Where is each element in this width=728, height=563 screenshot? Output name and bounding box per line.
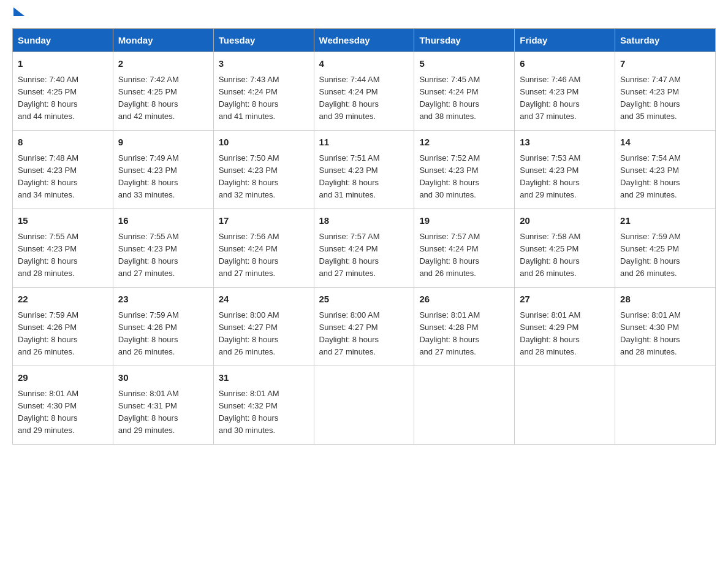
weekday-header-thursday: Thursday (414, 29, 515, 52)
day-info: Sunrise: 7:48 AMSunset: 4:23 PMDaylight:… (18, 152, 108, 202)
calendar-cell: 25Sunrise: 8:00 AMSunset: 4:27 PMDayligh… (314, 288, 414, 366)
day-info: Sunrise: 7:47 AMSunset: 4:23 PMDaylight:… (620, 74, 710, 123)
day-number: 21 (620, 214, 710, 228)
calendar-cell: 14Sunrise: 7:54 AMSunset: 4:23 PMDayligh… (615, 131, 716, 209)
day-number: 30 (118, 371, 208, 385)
day-info: Sunrise: 8:01 AMSunset: 4:30 PMDaylight:… (18, 388, 108, 437)
day-info: Sunrise: 7:59 AMSunset: 4:25 PMDaylight:… (620, 231, 710, 280)
day-number: 5 (419, 57, 509, 71)
day-info: Sunrise: 7:40 AMSunset: 4:25 PMDaylight:… (18, 74, 108, 123)
day-info: Sunrise: 7:54 AMSunset: 4:23 PMDaylight:… (620, 152, 710, 202)
day-info: Sunrise: 7:59 AMSunset: 4:26 PMDaylight:… (18, 309, 108, 359)
calendar-cell: 12Sunrise: 7:52 AMSunset: 4:23 PMDayligh… (414, 131, 515, 209)
weekday-header-wednesday: Wednesday (314, 29, 414, 52)
week-row-3: 15Sunrise: 7:55 AMSunset: 4:23 PMDayligh… (13, 209, 716, 288)
calendar-header: SundayMondayTuesdayWednesdayThursdayFrid… (13, 29, 716, 52)
calendar-cell: 29Sunrise: 8:01 AMSunset: 4:30 PMDayligh… (13, 366, 113, 445)
day-info: Sunrise: 7:58 AMSunset: 4:25 PMDaylight:… (520, 231, 610, 280)
day-number: 25 (319, 293, 409, 307)
calendar-table: SundayMondayTuesdayWednesdayThursdayFrid… (12, 28, 716, 445)
day-number: 19 (419, 214, 509, 228)
day-info: Sunrise: 7:55 AMSunset: 4:23 PMDaylight:… (118, 231, 208, 280)
calendar-cell: 30Sunrise: 8:01 AMSunset: 4:31 PMDayligh… (113, 366, 213, 445)
calendar-cell: 13Sunrise: 7:53 AMSunset: 4:23 PMDayligh… (515, 131, 615, 209)
calendar-cell: 18Sunrise: 7:57 AMSunset: 4:24 PMDayligh… (314, 209, 414, 288)
week-row-4: 22Sunrise: 7:59 AMSunset: 4:26 PMDayligh… (13, 288, 716, 366)
calendar-cell: 15Sunrise: 7:55 AMSunset: 4:23 PMDayligh… (13, 209, 113, 288)
calendar-cell: 22Sunrise: 7:59 AMSunset: 4:26 PMDayligh… (13, 288, 113, 366)
day-number: 6 (520, 57, 610, 71)
day-number: 28 (620, 293, 710, 307)
day-number: 1 (18, 57, 108, 71)
calendar-cell (615, 366, 716, 445)
week-row-5: 29Sunrise: 8:01 AMSunset: 4:30 PMDayligh… (13, 366, 716, 445)
day-info: Sunrise: 8:01 AMSunset: 4:28 PMDaylight:… (419, 309, 509, 359)
weekday-header-friday: Friday (515, 29, 615, 52)
calendar-cell (414, 366, 515, 445)
day-number: 9 (118, 136, 208, 150)
weekday-header-saturday: Saturday (615, 29, 716, 52)
weekday-header-row: SundayMondayTuesdayWednesdayThursdayFrid… (13, 29, 716, 52)
day-number: 17 (219, 214, 309, 228)
day-info: Sunrise: 7:59 AMSunset: 4:26 PMDaylight:… (118, 309, 208, 359)
day-number: 7 (620, 57, 710, 71)
day-info: Sunrise: 8:01 AMSunset: 4:32 PMDaylight:… (219, 388, 309, 437)
week-row-2: 8Sunrise: 7:48 AMSunset: 4:23 PMDaylight… (13, 131, 716, 209)
calendar-cell: 23Sunrise: 7:59 AMSunset: 4:26 PMDayligh… (113, 288, 213, 366)
day-info: Sunrise: 7:51 AMSunset: 4:23 PMDaylight:… (319, 152, 409, 202)
day-info: Sunrise: 8:01 AMSunset: 4:30 PMDaylight:… (620, 309, 710, 359)
day-number: 29 (18, 371, 108, 385)
logo-triangle-icon (13, 7, 25, 16)
day-number: 23 (118, 293, 208, 307)
calendar-cell: 9Sunrise: 7:49 AMSunset: 4:23 PMDaylight… (113, 131, 213, 209)
calendar-body: 1Sunrise: 7:40 AMSunset: 4:25 PMDaylight… (13, 52, 716, 445)
day-number: 31 (219, 371, 309, 385)
calendar-cell (314, 366, 414, 445)
day-number: 27 (520, 293, 610, 307)
day-number: 2 (118, 57, 208, 71)
week-row-1: 1Sunrise: 7:40 AMSunset: 4:25 PMDaylight… (13, 52, 716, 131)
calendar-cell: 2Sunrise: 7:42 AMSunset: 4:25 PMDaylight… (113, 52, 213, 131)
page-header (12, 12, 716, 16)
weekday-header-monday: Monday (113, 29, 213, 52)
day-number: 22 (18, 293, 108, 307)
calendar-cell: 1Sunrise: 7:40 AMSunset: 4:25 PMDaylight… (13, 52, 113, 131)
calendar-cell (515, 366, 615, 445)
day-info: Sunrise: 8:00 AMSunset: 4:27 PMDaylight:… (319, 309, 409, 359)
day-number: 18 (319, 214, 409, 228)
calendar-cell: 4Sunrise: 7:44 AMSunset: 4:24 PMDaylight… (314, 52, 414, 131)
calendar-cell: 28Sunrise: 8:01 AMSunset: 4:30 PMDayligh… (615, 288, 716, 366)
calendar-cell: 11Sunrise: 7:51 AMSunset: 4:23 PMDayligh… (314, 131, 414, 209)
calendar-cell: 5Sunrise: 7:45 AMSunset: 4:24 PMDaylight… (414, 52, 515, 131)
day-number: 10 (219, 136, 309, 150)
day-number: 11 (319, 136, 409, 150)
calendar-cell: 20Sunrise: 7:58 AMSunset: 4:25 PMDayligh… (515, 209, 615, 288)
calendar-cell: 26Sunrise: 8:01 AMSunset: 4:28 PMDayligh… (414, 288, 515, 366)
day-info: Sunrise: 7:42 AMSunset: 4:25 PMDaylight:… (118, 74, 208, 123)
calendar-cell: 24Sunrise: 8:00 AMSunset: 4:27 PMDayligh… (213, 288, 314, 366)
calendar-cell: 10Sunrise: 7:50 AMSunset: 4:23 PMDayligh… (213, 131, 314, 209)
calendar-cell: 6Sunrise: 7:46 AMSunset: 4:23 PMDaylight… (515, 52, 615, 131)
day-info: Sunrise: 7:49 AMSunset: 4:23 PMDaylight:… (118, 152, 208, 202)
day-info: Sunrise: 7:44 AMSunset: 4:24 PMDaylight:… (319, 74, 409, 123)
day-info: Sunrise: 7:57 AMSunset: 4:24 PMDaylight:… (319, 231, 409, 280)
calendar-cell: 27Sunrise: 8:01 AMSunset: 4:29 PMDayligh… (515, 288, 615, 366)
calendar-cell: 21Sunrise: 7:59 AMSunset: 4:25 PMDayligh… (615, 209, 716, 288)
day-number: 16 (118, 214, 208, 228)
calendar-cell: 17Sunrise: 7:56 AMSunset: 4:24 PMDayligh… (213, 209, 314, 288)
calendar-cell: 31Sunrise: 8:01 AMSunset: 4:32 PMDayligh… (213, 366, 314, 445)
day-info: Sunrise: 7:45 AMSunset: 4:24 PMDaylight:… (419, 74, 509, 123)
day-info: Sunrise: 7:46 AMSunset: 4:23 PMDaylight:… (520, 74, 610, 123)
day-number: 20 (520, 214, 610, 228)
day-number: 14 (620, 136, 710, 150)
day-number: 8 (18, 136, 108, 150)
day-number: 26 (419, 293, 509, 307)
day-number: 4 (319, 57, 409, 71)
day-info: Sunrise: 7:50 AMSunset: 4:23 PMDaylight:… (219, 152, 309, 202)
day-info: Sunrise: 7:52 AMSunset: 4:23 PMDaylight:… (419, 152, 509, 202)
day-info: Sunrise: 7:53 AMSunset: 4:23 PMDaylight:… (520, 152, 610, 202)
day-info: Sunrise: 7:56 AMSunset: 4:24 PMDaylight:… (219, 231, 309, 280)
day-info: Sunrise: 7:55 AMSunset: 4:23 PMDaylight:… (18, 231, 108, 280)
calendar-cell: 8Sunrise: 7:48 AMSunset: 4:23 PMDaylight… (13, 131, 113, 209)
logo (12, 12, 25, 16)
